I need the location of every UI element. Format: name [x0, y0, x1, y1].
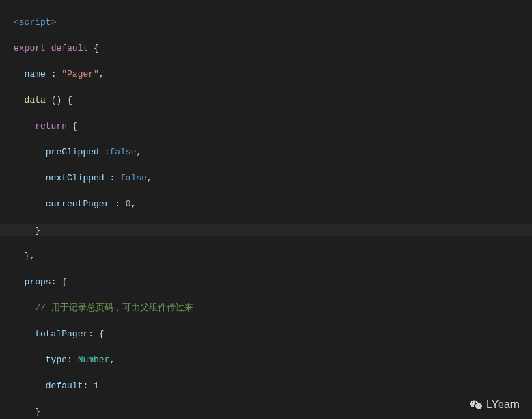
- code-line: name : "Pager",: [14, 68, 532, 81]
- code-line: <script>: [14, 16, 532, 29]
- code-line: default: 1: [14, 379, 532, 392]
- code-line: preClipped :false,: [14, 146, 532, 159]
- watermark: LYearn: [470, 398, 520, 411]
- code-line: export default {: [14, 42, 532, 55]
- code-line: type: Number,: [14, 353, 532, 366]
- code-line: props: {: [14, 275, 532, 288]
- code-line: totalPager: {: [14, 327, 532, 340]
- code-line: // 用于记录总页码，可由父组件传过来: [14, 301, 532, 314]
- code-line: currentPager : 0,: [14, 198, 532, 211]
- code-line: },: [14, 249, 532, 262]
- code-line: }: [14, 405, 532, 418]
- code-line-active: }: [0, 224, 532, 236]
- watermark-text: LYearn: [486, 398, 520, 411]
- code-editor[interactable]: <script> export default { name : "Pager"…: [0, 0, 532, 419]
- wechat-icon: [470, 399, 482, 410]
- code-line: nextClipped : false,: [14, 172, 532, 185]
- code-line: data () {: [14, 94, 532, 107]
- code-line: return {: [14, 120, 532, 133]
